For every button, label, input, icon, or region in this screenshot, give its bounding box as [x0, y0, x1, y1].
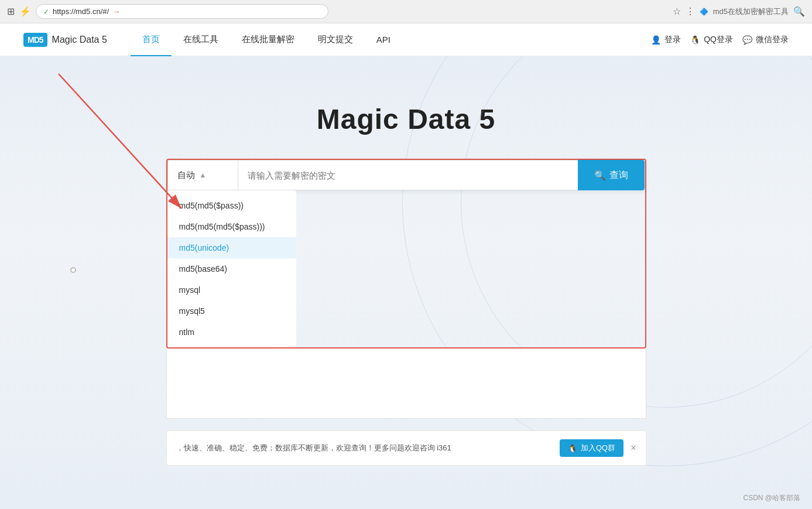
navigation: MD5 Magic Data 5 首页 在线工具 在线批量解密 明文提交 API…	[0, 23, 812, 56]
dropdown-item-0[interactable]: md5(md5($pass))	[167, 195, 296, 216]
nav-right: 👤 登录 🐧 QQ登录 💬 微信登录	[651, 35, 789, 45]
main-content: Magic Data 5 自动 ▲ 🔍 查询	[0, 56, 812, 509]
qq-icon: 🐧	[690, 35, 700, 45]
star-icon[interactable]: ☆	[673, 6, 681, 17]
search-container: 自动 ▲ 🔍 查询 md5(md5($pass)) md5(md5(md5($p…	[166, 159, 646, 466]
wechat-icon: 💬	[742, 35, 752, 45]
dropdown-item-1[interactable]: md5(md5(md5($pass)))	[167, 216, 296, 237]
nav-item-home[interactable]: 首页	[131, 23, 172, 56]
search-icon[interactable]: 🔍	[793, 6, 805, 17]
browser-right: ☆ ⋮ 🔷 md5在线加密解密工具 🔍	[673, 6, 805, 17]
nav-links: 首页 在线工具 在线批量解密 明文提交 API	[131, 23, 651, 56]
brand-icon: 🔷	[700, 8, 708, 16]
login-icon: 👤	[651, 35, 661, 45]
wechat-login-btn[interactable]: 💬 微信登录	[742, 35, 789, 45]
query-button[interactable]: 🔍 查询	[578, 160, 645, 190]
chevron-up-icon: ▲	[200, 171, 207, 179]
search-box: 自动 ▲ 🔍 查询	[167, 160, 645, 190]
page-title: Magic Data 5	[317, 103, 495, 135]
nav-item-batch-decrypt[interactable]: 在线批量解密	[230, 23, 306, 56]
dropdown-item-3[interactable]: md5(base64)	[167, 258, 296, 279]
logo[interactable]: MD5 Magic Data 5	[23, 33, 107, 47]
qq-login-btn[interactable]: 🐧 QQ登录	[690, 35, 733, 45]
notice-bar: ，快速、准确、稳定、免费；数据库不断更新，欢迎查询！更多问题欢迎咨询 i361 …	[166, 431, 646, 466]
search-type-selector[interactable]: 自动 ▲	[168, 160, 238, 190]
browser-title: md5在线加密解密工具	[713, 6, 789, 17]
ssl-icon: ✓	[43, 8, 49, 16]
notice-text: ，快速、准确、稳定、免费；数据库不断更新，欢迎查询！更多问题欢迎咨询 i361	[176, 443, 550, 453]
dropdown-item-6[interactable]: ntlm	[167, 322, 296, 343]
menu-icon[interactable]: ⋮	[686, 6, 695, 17]
search-type-label: 自动	[177, 170, 195, 181]
logo-icon: MD5	[23, 33, 47, 47]
search-icon: 🔍	[594, 170, 606, 181]
notice-close-button[interactable]: ×	[631, 443, 636, 453]
search-input[interactable]	[238, 170, 578, 180]
dropdown-item-2[interactable]: md5(unicode)	[167, 237, 296, 258]
browser-bar: ⊞ ⚡ ✓ https://md5.cn/#/ → ☆ ⋮ 🔷 md5在线加密解…	[0, 0, 812, 23]
forward-arrow: →	[112, 7, 120, 16]
browser-lightning-icon: ⚡	[19, 6, 31, 17]
result-area	[166, 349, 646, 419]
attribution: CSDN @哈客部落	[743, 493, 800, 503]
svg-line-1	[59, 74, 181, 209]
dropdown-item-5[interactable]: mysql5	[167, 300, 296, 322]
login-btn[interactable]: 👤 登录	[651, 35, 681, 45]
nav-item-plaintext[interactable]: 明文提交	[306, 23, 365, 56]
url-text: https://md5.cn/#/	[53, 7, 109, 16]
browser-url-bar[interactable]: ✓ https://md5.cn/#/ →	[36, 4, 328, 19]
dropdown-item-4[interactable]: mysql	[167, 279, 296, 300]
search-dropdown-wrapper: 自动 ▲ 🔍 查询 md5(md5($pass)) md5(md5(md5($p…	[166, 159, 646, 349]
nav-item-tools[interactable]: 在线工具	[172, 23, 230, 56]
browser-tabs-icon: ⊞	[7, 6, 15, 17]
bg-dot	[70, 267, 76, 273]
qq-group-icon: 🐧	[568, 444, 577, 453]
dropdown-menu: md5(md5($pass)) md5(md5(md5($pass))) md5…	[167, 190, 296, 347]
nav-item-api[interactable]: API	[365, 23, 402, 56]
logo-text: Magic Data 5	[52, 35, 107, 45]
qq-group-button[interactable]: 🐧 加入QQ群	[560, 439, 623, 457]
